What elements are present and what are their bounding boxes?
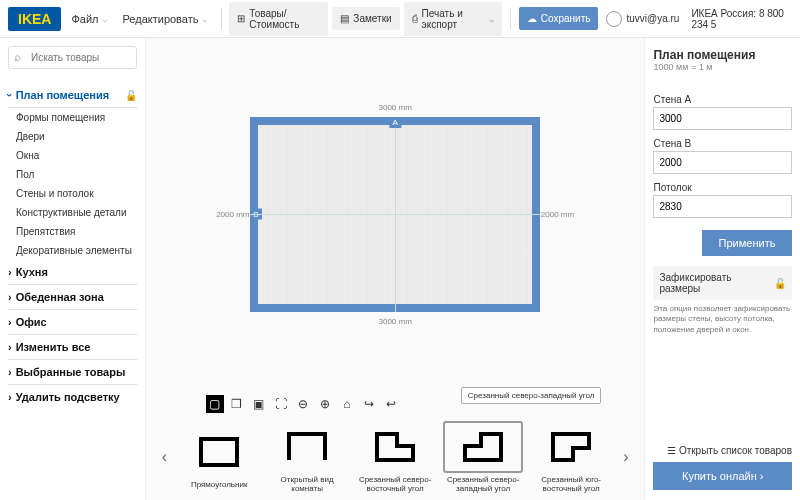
- wall-a-field-label: Стена A: [653, 94, 792, 105]
- wall-b-field-label: Стена B: [653, 138, 792, 149]
- zoom-fit-button[interactable]: ⛶: [272, 395, 290, 413]
- search-wrap: [8, 46, 137, 69]
- sidebar-item[interactable]: Конструктивные детали: [8, 203, 137, 222]
- shapes-prev[interactable]: ‹: [158, 448, 171, 466]
- dimension-right: 2000 mm: [541, 210, 574, 219]
- view-3d-button[interactable]: ❒: [228, 395, 246, 413]
- section-selected[interactable]: Выбранные товары: [8, 360, 137, 385]
- section-lighting[interactable]: Удалить подсветку: [8, 385, 137, 409]
- redo-button[interactable]: ↪: [360, 395, 378, 413]
- tag-icon: ⊞: [237, 13, 245, 24]
- wall-b-input[interactable]: [653, 151, 792, 174]
- section-change-all[interactable]: Изменить все: [8, 335, 137, 360]
- menu-edit[interactable]: Редактировать: [117, 9, 213, 29]
- shape-open-room[interactable]: Открытый вид комнаты: [267, 421, 347, 494]
- shape-cut-nw[interactable]: Срезанный северо-западный угол: [443, 421, 523, 494]
- cloud-icon: ☁: [527, 13, 537, 24]
- view-camera-button[interactable]: ▣: [250, 395, 268, 413]
- sidebar-item[interactable]: Декоративные элементы: [8, 241, 137, 260]
- app-header: IKEA Файл Редактировать ⊞Товары/Стоимост…: [0, 0, 800, 38]
- save-button[interactable]: ☁Сохранить: [519, 7, 599, 30]
- floor-plan-canvas[interactable]: 3000 mm 3000 mm 2000 mm 2000 mm A B: [146, 38, 645, 391]
- sidebar: План помещения 🔓 Формы помещения Двери О…: [0, 38, 146, 500]
- sidebar-item[interactable]: Двери: [8, 127, 137, 146]
- open-product-list[interactable]: ☰ Открыть список товаров: [653, 439, 792, 462]
- section-office[interactable]: Офис: [8, 310, 137, 335]
- dimension-bottom: 3000 mm: [378, 317, 411, 326]
- view-toolbar: ▢ ❒ ▣ ⛶ ⊖ ⊕ ⌂ ↪ ↩ Срезанный северо-запад…: [146, 391, 645, 415]
- user-account[interactable]: tuvvi@ya.ru: [606, 11, 679, 27]
- lock-icon: 🔓: [125, 90, 137, 101]
- divider: [221, 8, 222, 30]
- shapes-next[interactable]: ›: [619, 448, 632, 466]
- properties-panel: План помещения 1000 мм = 1 м Стена A Сте…: [644, 38, 800, 500]
- shape-picker: ‹ Прямоугольник Открытый вид комнаты Сре…: [146, 415, 645, 500]
- section-room-plan[interactable]: План помещения 🔓: [8, 83, 137, 108]
- dimension-left: 2000 mm: [216, 210, 249, 219]
- note-icon: ▤: [340, 13, 349, 24]
- sidebar-item[interactable]: Окна: [8, 146, 137, 165]
- wall-b-label: B: [250, 209, 261, 220]
- lock-description: Эта опция позволяет зафиксировать размер…: [653, 304, 792, 335]
- ikea-logo: IKEA: [8, 7, 61, 31]
- canvas-area: 3000 mm 3000 mm 2000 mm 2000 mm A B ▢ ❒ …: [146, 38, 645, 500]
- shape-rectangle[interactable]: Прямоугольник: [179, 426, 259, 490]
- sidebar-item[interactable]: Стены и потолок: [8, 184, 137, 203]
- room-rectangle[interactable]: 3000 mm 3000 mm 2000 mm 2000 mm A B: [250, 117, 540, 312]
- wall-a-label: A: [389, 117, 400, 128]
- panel-subtitle: 1000 мм = 1 м: [653, 62, 792, 72]
- shape-tooltip: Срезанный северо-западный угол: [461, 387, 602, 404]
- lock-dimensions-toggle[interactable]: Зафиксировать размеры🔓: [653, 266, 792, 300]
- avatar-icon: [606, 11, 622, 27]
- view-2d-button[interactable]: ▢: [206, 395, 224, 413]
- undo-button[interactable]: ↩: [382, 395, 400, 413]
- print-export-button[interactable]: ⎙Печать и экспорт: [404, 2, 502, 36]
- menu-file[interactable]: Файл: [65, 9, 112, 29]
- notes-button[interactable]: ▤Заметки: [332, 7, 399, 30]
- sidebar-item[interactable]: Препятствия: [8, 222, 137, 241]
- shape-cut-ne[interactable]: Срезанный северо-восточный угол: [355, 421, 435, 494]
- section-dining[interactable]: Обеденная зона: [8, 285, 137, 310]
- sidebar-item[interactable]: Формы помещения: [8, 108, 137, 127]
- section-kitchen[interactable]: Кухня: [8, 260, 137, 285]
- ceiling-input[interactable]: [653, 195, 792, 218]
- svg-rect-0: [201, 439, 237, 465]
- zoom-out-button[interactable]: ⊖: [294, 395, 312, 413]
- ceiling-field-label: Потолок: [653, 182, 792, 193]
- zoom-in-button[interactable]: ⊕: [316, 395, 334, 413]
- lock-icon: 🔓: [774, 278, 786, 289]
- apply-button[interactable]: Применить: [702, 230, 792, 256]
- buy-online-button[interactable]: Купить онлайн ›: [653, 462, 792, 490]
- sidebar-item[interactable]: Пол: [8, 165, 137, 184]
- dimension-top: 3000 mm: [378, 103, 411, 112]
- home-button[interactable]: ⌂: [338, 395, 356, 413]
- list-icon: ☰: [667, 445, 679, 456]
- region-phone: ИКЕА Россия: 8 800 234 5: [691, 8, 792, 30]
- print-icon: ⎙: [412, 13, 418, 24]
- products-button[interactable]: ⊞Товары/Стоимость: [229, 2, 328, 36]
- shape-cut-se[interactable]: Срезанный юго-восточный угол: [531, 421, 611, 494]
- panel-title: План помещения: [653, 48, 792, 62]
- wall-a-input[interactable]: [653, 107, 792, 130]
- divider: [510, 8, 511, 30]
- search-input[interactable]: [8, 46, 137, 69]
